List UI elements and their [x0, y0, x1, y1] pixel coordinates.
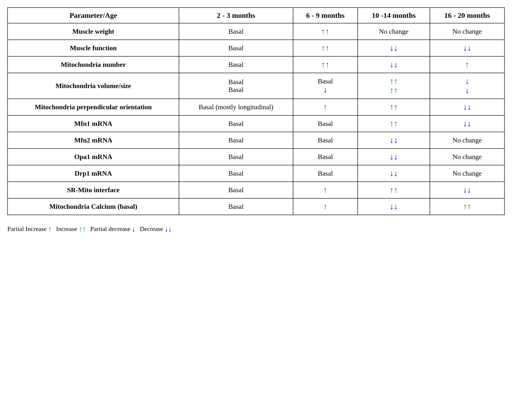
cell-col2: Basal — [179, 165, 293, 182]
table-row: Mitochondria perpendicular orientationBa… — [8, 99, 504, 115]
cell-col4: ↑↑ — [358, 182, 430, 198]
cell-col5: No change — [430, 132, 504, 149]
param-cell: Mitochondria perpendicular orientation — [8, 99, 179, 115]
cell-col2: Basal — [179, 56, 293, 73]
main-table-container: Parameter/Age 2 - 3 months 6 - 9 months … — [7, 7, 505, 215]
table-row: Muscle functionBasal↑↑↓↓↓↓ — [8, 40, 504, 56]
cell-col4: ↑↑ — [358, 99, 430, 115]
cell-col3: ↑↑ — [293, 23, 358, 40]
cell-col2: Basal — [179, 182, 293, 198]
table-row: Mfn1 mRNABasalBasal↑↑↓↓ — [8, 115, 504, 132]
cell-col4: ↓↓ — [358, 198, 430, 215]
cell-col4: ↓↓ — [358, 132, 430, 149]
cell-col3: Basal↓ — [293, 73, 358, 99]
legend-partial-decrease-arrow: ↓ — [132, 225, 135, 233]
param-cell: Opa1 mRNA — [8, 149, 179, 165]
table-row: Opa1 mRNABasalBasal↓↓No change — [8, 149, 504, 165]
header-col4: 16 - 20 months — [430, 8, 504, 23]
cell-col2: BasalBasal — [179, 73, 293, 99]
cell-col5: ↓↓ — [430, 182, 504, 198]
cell-col2: Basal — [179, 40, 293, 56]
cell-col5: ↑ — [430, 56, 504, 73]
cell-col4: ↓↓ — [358, 40, 430, 56]
cell-col3: Basal — [293, 132, 358, 149]
cell-col5: ↓↓ — [430, 99, 504, 115]
cell-col3: ↑ — [293, 99, 358, 115]
cell-col3: ↑ — [293, 182, 358, 198]
cell-col5: No change — [430, 23, 504, 40]
param-cell: Mitochondria Calcium (basal) — [8, 198, 179, 215]
cell-col5: No change — [430, 149, 504, 165]
cell-col3: Basal — [293, 149, 358, 165]
cell-col4: ↑↑↑↑ — [358, 73, 430, 99]
cell-col4: ↓↓ — [358, 165, 430, 182]
cell-col4: ↓↓ — [358, 149, 430, 165]
cell-col2: Basal — [179, 198, 293, 215]
cell-col3: ↑ — [293, 198, 358, 215]
data-table: Parameter/Age 2 - 3 months 6 - 9 months … — [7, 7, 505, 215]
header-param: Parameter/Age — [8, 8, 179, 23]
param-cell: Drp1 mRNA — [8, 165, 179, 182]
legend-decrease-label: Decrease — [140, 225, 163, 233]
cell-col4: ↑↑ — [358, 115, 430, 132]
cell-col5: No change — [430, 165, 504, 182]
cell-col2: Basal — [179, 132, 293, 149]
cell-col5: ↓↓ — [430, 115, 504, 132]
legend-partial-decrease: Partial decrease ↓ — [90, 225, 136, 233]
legend-decrease-arrow: ↓↓ — [165, 225, 172, 233]
cell-col2: Basal (mostly longitudinal) — [179, 99, 293, 115]
table-row: Muscle weightBasal↑↑No changeNo change — [8, 23, 504, 40]
legend-increase: Increase ↑↑ — [56, 225, 86, 233]
param-cell: Muscle function — [8, 40, 179, 56]
table-row: Mfn2 mRNABasalBasal↓↓No change — [8, 132, 504, 149]
cell-col2: Basal — [179, 149, 293, 165]
table-row: Mitochondria Calcium (basal)Basal↑↓↓↑↑ — [8, 198, 504, 215]
legend-increase-arrow: ↑↑ — [79, 225, 86, 233]
cell-col3: ↑↑ — [293, 40, 358, 56]
cell-col2: Basal — [179, 115, 293, 132]
legend-partial-increase-arrow: ↑ — [48, 225, 52, 233]
param-cell: SR-Mito interface — [8, 182, 179, 198]
legend: Partial Increase ↑ Increase ↑↑ Partial d… — [7, 225, 505, 233]
cell-col3: ↑↑ — [293, 56, 358, 73]
legend-increase-label: Increase — [56, 225, 77, 233]
param-cell: Mitochondria number — [8, 56, 179, 73]
table-row: Drp1 mRNABasalBasal↓↓No change — [8, 165, 504, 182]
cell-col4: No change — [358, 23, 430, 40]
header-col1: 2 - 3 months — [179, 8, 293, 23]
param-cell: Mfn2 mRNA — [8, 132, 179, 149]
legend-partial-increase-label: Partial Increase — [7, 225, 47, 233]
cell-col5: ↓↓ — [430, 73, 504, 99]
param-cell: Muscle weight — [8, 23, 179, 40]
cell-col4: ↓↓ — [358, 56, 430, 73]
header-col2: 6 - 9 months — [293, 8, 358, 23]
cell-col3: Basal — [293, 115, 358, 132]
cell-col2: Basal — [179, 23, 293, 40]
param-cell: Mfn1 mRNA — [8, 115, 179, 132]
cell-col3: Basal — [293, 165, 358, 182]
table-row: SR-Mito interfaceBasal↑↑↑↓↓ — [8, 182, 504, 198]
legend-partial-increase: Partial Increase ↑ — [7, 225, 52, 233]
legend-partial-decrease-label: Partial decrease — [90, 225, 130, 233]
param-cell: Mitochondria volume/size — [8, 73, 179, 99]
table-row: Mitochondria volume/sizeBasalBasalBasal↓… — [8, 73, 504, 99]
header-col3: 10 -14 months — [358, 8, 430, 23]
cell-col5: ↓↓ — [430, 40, 504, 56]
legend-decrease: Decrease ↓↓ — [140, 225, 172, 233]
cell-col5: ↑↑ — [430, 198, 504, 215]
table-row: Mitochondria numberBasal↑↑↓↓↑ — [8, 56, 504, 73]
